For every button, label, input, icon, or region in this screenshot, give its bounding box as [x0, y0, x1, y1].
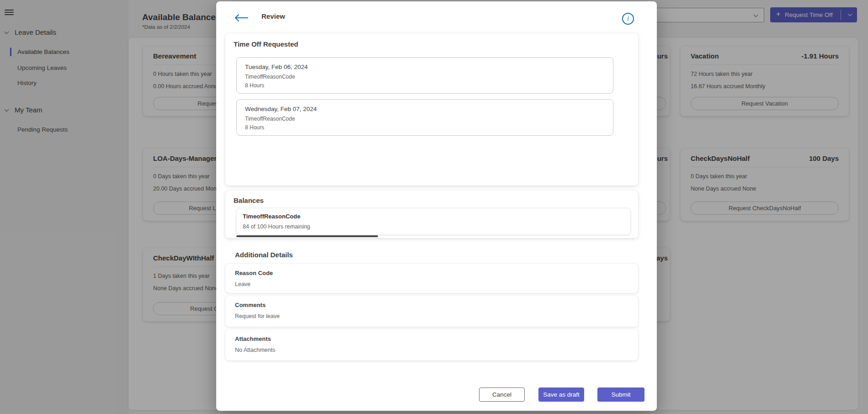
entry-date: Tuesday, Feb 06, 2024	[245, 64, 605, 70]
field-value: No Attachments	[235, 347, 628, 353]
cancel-button[interactable]: Cancel	[479, 387, 525, 402]
section-heading: Balances	[234, 196, 264, 204]
balance-name: TimeoffReasonCode	[243, 213, 624, 220]
reason-code-field: Reason Code Leave	[225, 264, 638, 293]
entry-duration: 8 Hours	[245, 124, 605, 131]
entry-reason: TimeoffReasonCode	[245, 74, 605, 80]
balance-item: TimeoffReasonCode 84 of 100 Hours remain…	[236, 208, 631, 235]
review-dialog: Review i Time Off Requested Tuesday, Feb…	[216, 1, 657, 411]
dialog-title: Review	[261, 12, 285, 20]
back-arrow-button[interactable]	[234, 14, 249, 23]
attachments-field: Attachments No Attachments	[225, 329, 638, 361]
time-off-requested-panel: Time Off Requested Tuesday, Feb 06, 2024…	[225, 33, 638, 186]
save-as-draft-button[interactable]: Save as draft	[538, 387, 584, 402]
field-label: Reason Code	[235, 270, 628, 276]
field-value: Leave	[235, 281, 628, 287]
entry-date: Wednesday, Feb 07, 2024	[245, 106, 605, 112]
section-heading: Time Off Requested	[234, 40, 298, 48]
field-value: Request for leave	[235, 313, 628, 319]
entry-duration: 8 Hours	[245, 82, 605, 89]
submit-button[interactable]: Submit	[597, 387, 644, 402]
balance-remaining: 84 of 100 Hours remaining	[243, 223, 624, 230]
comments-field: Comments Request for leave	[225, 296, 638, 327]
balances-panel: Balances TimeoffReasonCode 84 of 100 Hou…	[225, 191, 638, 238]
section-heading: Additional Details	[235, 251, 293, 259]
time-off-entry: Wednesday, Feb 07, 2024 TimeoffReasonCod…	[236, 99, 613, 136]
info-icon[interactable]: i	[622, 13, 634, 25]
time-off-entry: Tuesday, Feb 06, 2024 TimeoffReasonCode …	[236, 57, 613, 94]
field-label: Attachments	[235, 335, 628, 342]
entry-reason: TimeoffReasonCode	[245, 116, 605, 122]
app-window: Leave Details Available Balances Upcomin…	[0, 0, 868, 414]
horizontal-scrollbar[interactable]	[236, 235, 378, 237]
field-label: Comments	[235, 302, 628, 308]
back-arrow-icon	[234, 14, 249, 22]
